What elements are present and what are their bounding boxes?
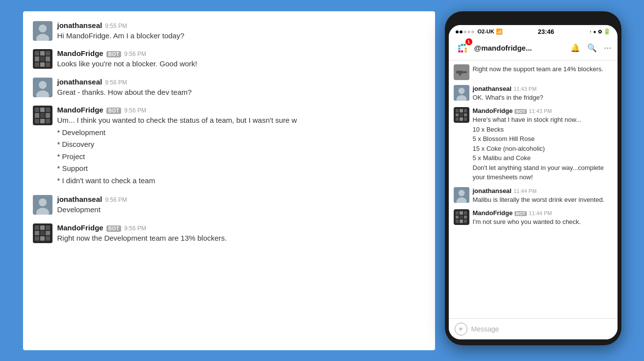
- message-content: MandoFridgeBOT11:44 PMI'm not sure who y…: [473, 209, 613, 227]
- phone-screen: O2-UK 📶 23:46 ↑ ● ✿ 🔋: [449, 25, 618, 339]
- message-header: MandoFridgeBOT9:56 PM: [57, 49, 425, 57]
- main-container: jonathanseal9:55 PMHi MandoFridge. Am I …: [13, 11, 631, 350]
- svg-point-4: [39, 81, 47, 89]
- message-text: I'm not sure who you wanted to check.: [473, 217, 613, 227]
- svg-rect-9: [458, 47, 460, 49]
- message-username: MandoFridge: [57, 223, 103, 232]
- message-text: Here's what I have in stock right now...…: [473, 115, 613, 182]
- bot-badge: BOT: [106, 51, 122, 57]
- message-username: jonathanseal: [57, 21, 103, 29]
- phone-messages-list: Right now the support team are 14% block…: [449, 60, 618, 318]
- bot-badge: BOT: [106, 108, 122, 114]
- table-row: MandoFridgeBOT9:56 PMLooks like you're n…: [33, 49, 425, 70]
- message-content: jonathanseal9:56 PMGreat - thanks. How a…: [57, 78, 425, 98]
- signal-indicators: [456, 30, 474, 33]
- message-text: Right now the support team are 14% block…: [473, 64, 613, 74]
- search-icon[interactable]: 🔍: [587, 43, 597, 53]
- table-row: MandoFridgeBOT9:56 PMRight now the Devel…: [33, 223, 425, 244]
- message-input[interactable]: Message: [471, 325, 612, 333]
- table-row: jonathanseal9:56 PMDevelopment: [33, 195, 425, 216]
- message-text: Um... I think you wanted to check the st…: [57, 115, 425, 186]
- list-item: MandoFridgeBOT11:44 PMI'm not sure who y…: [454, 209, 613, 227]
- svg-point-21: [458, 87, 464, 94]
- message-username: MandoFridge: [473, 209, 513, 217]
- message-header: jonathanseal11:43 PM: [473, 85, 613, 92]
- avatar: [454, 64, 469, 80]
- table-row: jonathanseal9:55 PMHi MandoFridge. Am I …: [33, 21, 425, 42]
- avatar: [33, 223, 52, 243]
- svg-point-7: [39, 198, 47, 206]
- phone-time: 23:46: [538, 28, 554, 35]
- message-header: MandoFridgeBOT9:56 PM: [57, 106, 425, 114]
- message-text: Great - thanks. How about the dev team?: [57, 87, 425, 98]
- svg-rect-14: [464, 50, 466, 52]
- phone-notch: [514, 17, 553, 23]
- message-username: jonathanseal: [57, 195, 103, 203]
- avatar: [33, 21, 52, 41]
- message-time: 11:43 PM: [514, 86, 537, 92]
- avatar: [33, 78, 52, 97]
- message-time: 9:56 PM: [105, 79, 127, 86]
- message-time: 11:44 PM: [514, 188, 537, 194]
- phone-status-bar: O2-UK 📶 23:46 ↑ ● ✿ 🔋: [449, 25, 618, 37]
- message-time: 9:56 PM: [124, 225, 146, 232]
- channel-name[interactable]: @mandofridge...: [474, 44, 567, 52]
- bell-icon[interactable]: 🔔: [570, 43, 580, 53]
- avatar: [454, 107, 469, 123]
- message-header: jonathanseal9:55 PM: [57, 21, 425, 29]
- phone-input-bar: + Message: [449, 318, 618, 339]
- message-time: 9:56 PM: [124, 107, 146, 114]
- svg-rect-11: [461, 44, 463, 46]
- message-text: OK. What's in the fridge?: [473, 93, 613, 103]
- carrier-name: O2-UK: [478, 28, 494, 34]
- slack-desktop-panel: jonathanseal9:55 PMHi MandoFridge. Am I …: [23, 11, 435, 350]
- message-header: MandoFridgeBOT11:43 PM: [473, 107, 613, 114]
- message-username: jonathanseal: [473, 85, 512, 92]
- list-item: jonathanseal11:44 PMMalibu is literally …: [454, 187, 613, 205]
- svg-point-24: [458, 190, 464, 196]
- slack-logo: 1: [455, 40, 470, 56]
- message-time: 11:44 PM: [529, 210, 552, 216]
- message-header: jonathanseal9:56 PM: [57, 195, 425, 203]
- message-content: jonathanseal9:55 PMHi MandoFridge. Am I …: [57, 21, 425, 42]
- message-header: jonathanseal11:44 PM: [473, 187, 613, 194]
- avatar: [454, 187, 469, 203]
- table-row: MandoFridgeBOT9:56 PMUm... I think you w…: [33, 106, 425, 187]
- list-item: jonathanseal11:43 PMOK. What's in the fr…: [454, 85, 613, 103]
- phone-mockup: O2-UK 📶 23:46 ↑ ● ✿ 🔋: [445, 11, 621, 345]
- svg-rect-10: [458, 45, 460, 47]
- message-text: Hi MandoFridge. Am I a blocker today?: [57, 30, 425, 42]
- message-username: MandoFridge: [57, 106, 103, 114]
- message-username: MandoFridge: [57, 49, 103, 57]
- add-attachment-button[interactable]: +: [455, 323, 467, 335]
- battery-icon: 🔋: [603, 28, 611, 35]
- message-text: Right now the Development team are 13% b…: [57, 233, 425, 244]
- more-icon[interactable]: ⋯: [604, 43, 612, 53]
- phone-channel-header: 1 @mandofridge... 🔔 🔍 ⋯: [449, 37, 618, 60]
- avatar: [454, 85, 469, 101]
- bot-badge: BOT: [515, 211, 527, 216]
- message-content: MandoFridgeBOT9:56 PMLooks like you're n…: [57, 49, 425, 70]
- list-item: MandoFridgeBOT11:43 PMHere's what I have…: [454, 107, 613, 182]
- svg-rect-17: [456, 71, 463, 74]
- message-text: Development: [57, 204, 425, 216]
- message-header: MandoFridgeBOT11:44 PM: [473, 209, 613, 217]
- svg-rect-12: [464, 44, 465, 46]
- message-text: Looks like you're not a blocker. Good wo…: [57, 58, 425, 70]
- message-time: 9:56 PM: [124, 51, 146, 57]
- message-time: 9:56 PM: [105, 196, 127, 203]
- status-right: ↑ ● ✿ 🔋: [589, 28, 610, 35]
- wifi-icon: 📶: [496, 28, 503, 35]
- svg-rect-15: [461, 50, 463, 52]
- avatar: [33, 195, 52, 215]
- svg-rect-16: [458, 50, 460, 52]
- svg-rect-13: [464, 47, 466, 49]
- message-header: jonathanseal9:56 PM: [57, 78, 425, 86]
- location-icon: ↑: [589, 29, 592, 34]
- message-username: MandoFridge: [473, 107, 513, 114]
- svg-rect-19: [459, 74, 461, 76]
- phone-wrapper: O2-UK 📶 23:46 ↑ ● ✿ 🔋: [445, 11, 621, 345]
- message-content: jonathanseal9:56 PMDevelopment: [57, 195, 425, 216]
- bluetooth-icon: ✿: [598, 29, 602, 34]
- bot-badge: BOT: [515, 109, 527, 114]
